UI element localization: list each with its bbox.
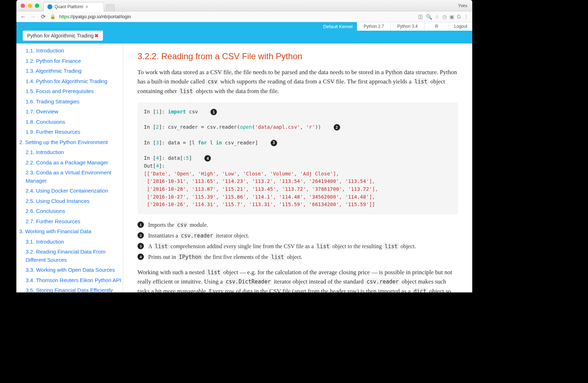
- callout-item: 1Imports the csv module.: [137, 221, 458, 229]
- toc-link[interactable]: 1.7. Overview: [19, 107, 123, 117]
- ext2-icon[interactable]: ▣: [449, 14, 454, 20]
- callout-1-badge: 1: [210, 109, 217, 115]
- callout-item: 3A list comprehension addind every singl…: [137, 242, 458, 251]
- toc-link[interactable]: 2.5. Using Cloud Instances: [19, 196, 123, 206]
- notebook-tab[interactable]: Python for Algorithmic Trading✖: [23, 31, 103, 41]
- callout-item: 2Instantiates a csv.reader iterator obje…: [137, 231, 458, 240]
- ext1-icon[interactable]: ◷: [442, 14, 447, 20]
- app-topbar: →| Default Kernel Python 2.7 Python 3.4 …: [16, 22, 472, 31]
- close-tab-icon[interactable]: ×: [85, 4, 88, 10]
- paragraph-1: To work with data stored as a CSV file, …: [137, 68, 458, 96]
- toc-link[interactable]: 1.2. Python for Finance: [19, 56, 123, 66]
- browser-tab[interactable]: Quant Platform ×: [43, 2, 104, 11]
- default-kernel-label: Default Kernel: [319, 24, 357, 29]
- main-content[interactable]: 3.2.2. Reading from a CSV File with Pyth…: [123, 44, 472, 292]
- toc-link[interactable]: 2.4. Using Docker Containerization: [19, 186, 123, 196]
- toggle-left-icon[interactable]: →|: [20, 25, 25, 29]
- kernel-r-button[interactable]: R: [424, 22, 449, 31]
- toc-link[interactable]: 3.4. Thomson Reuters Eikon Python API: [19, 275, 123, 286]
- window-controls: [16, 4, 39, 8]
- kernel-python27-button[interactable]: Python 2.7: [357, 22, 390, 31]
- code-inline: list: [178, 88, 194, 95]
- back-icon[interactable]: ←: [20, 14, 26, 20]
- ext3-icon[interactable]: G: [457, 14, 461, 20]
- forward-icon: →: [30, 14, 36, 20]
- reload-icon[interactable]: ⟳: [40, 13, 46, 20]
- toc-link[interactable]: 1.9. Further Resources: [19, 127, 123, 137]
- toc-link[interactable]: 1.3. Algorithmic Trading: [19, 66, 123, 76]
- close-window-icon[interactable]: [21, 4, 25, 8]
- address-bar: ← → ⟳ 🔒 https://pyalgo.pqp.io/nb/portal/…: [16, 11, 472, 22]
- toc-link[interactable]: 2. Setting up the Python Environment: [19, 137, 123, 148]
- toc-link[interactable]: 3.5. Storing Financial Data Efficiently: [19, 285, 123, 292]
- toc-link[interactable]: 2.7. Further Resources: [19, 216, 123, 227]
- callout-3-badge: 3: [271, 140, 277, 146]
- section-heading: 3.2.2. Reading from a CSV File with Pyth…: [137, 51, 458, 61]
- toc-link[interactable]: 3.3. Working with Open Data Sources: [19, 265, 123, 275]
- close-notebook-icon[interactable]: ✖: [94, 33, 99, 39]
- toc-link[interactable]: 1.5. Focus and Prerequisites: [19, 86, 123, 97]
- toc-link[interactable]: 1.8. Conclusions: [19, 117, 123, 127]
- toc-link[interactable]: 1.6. Trading Strategies: [19, 97, 123, 107]
- callout-list: 1Imports the csv module. 2Instantiates a…: [137, 221, 458, 261]
- url-field[interactable]: https://pyalgo.pqp.io/nb/portal/login: [59, 14, 415, 19]
- favicon-icon: [47, 4, 52, 9]
- toc-link[interactable]: 1.4. Python for Algorithmic Trading: [19, 76, 123, 87]
- maximize-window-icon[interactable]: [35, 4, 39, 8]
- logout-button[interactable]: Logout: [449, 22, 472, 31]
- address-actions: ⚿ 🔍 ☆ ◷ ▣ G ⋮: [418, 14, 469, 20]
- tab-strip: Quant Platform ×: [43, 0, 458, 11]
- paragraph-2: Working with such a nested list object —…: [137, 268, 458, 292]
- code-cell: In [1]: import csv 1 In [2]: csv_reader …: [137, 102, 458, 214]
- callout-4-badge: 4: [204, 155, 211, 162]
- content-area: 1.1. Introduction1.2. Python for Finance…: [16, 44, 472, 292]
- toc-link[interactable]: 2.2. Conda as a Package Manager: [19, 158, 123, 168]
- callout-item: 4Prints out in IPython the first five el…: [137, 253, 458, 261]
- toc-link[interactable]: 2.1. Introduction: [19, 147, 123, 158]
- lock-icon: 🔒: [50, 14, 56, 19]
- toc-link[interactable]: 2.3. Conda as a Virtual Environment Mana…: [19, 168, 123, 186]
- toc-link[interactable]: 1.1. Introduction: [19, 46, 123, 56]
- browser-window: Quant Platform × Yves ← → ⟳ 🔒 https://py…: [16, 0, 472, 292]
- notebook-tab-label: Python for Algorithmic Trading: [27, 33, 94, 39]
- toc-link[interactable]: 3.2. Reading Financial Data From Differe…: [19, 247, 123, 265]
- toc-sidebar[interactable]: 1.1. Introduction1.2. Python for Finance…: [16, 44, 123, 292]
- code-inline: list: [413, 78, 429, 85]
- toc-link[interactable]: 3. Working with Financial Data: [19, 226, 123, 237]
- callout-2-badge: 2: [334, 124, 340, 131]
- key-icon[interactable]: ⚿: [418, 14, 423, 20]
- zoom-icon[interactable]: 🔍: [426, 14, 432, 20]
- code-inline: csv: [206, 78, 219, 85]
- toc-link[interactable]: 2.6. Conclusions: [19, 206, 123, 216]
- notebook-tabbar: Python for Algorithmic Trading✖: [16, 31, 472, 44]
- tab-title: Quant Platform: [54, 4, 83, 9]
- minimize-window-icon[interactable]: [28, 4, 32, 8]
- kernel-python34-button[interactable]: Python 3.4: [390, 22, 424, 31]
- profile-label[interactable]: Yves: [458, 3, 472, 8]
- toc-link[interactable]: 3.1. Introduction: [19, 237, 123, 247]
- titlebar: Quant Platform × Yves: [16, 0, 472, 11]
- star-icon[interactable]: ☆: [435, 14, 439, 20]
- new-tab-button[interactable]: [106, 4, 115, 11]
- menu-icon[interactable]: ⋮: [464, 14, 469, 20]
